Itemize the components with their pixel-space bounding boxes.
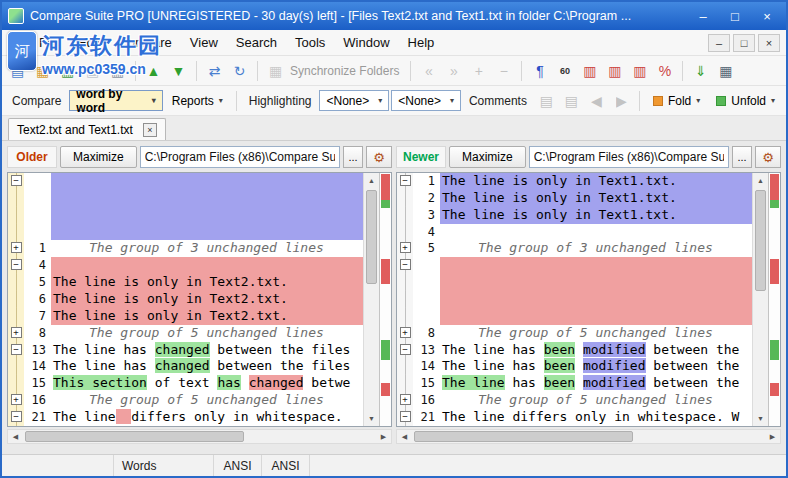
- fold-dropdown[interactable]: Fold ▾: [646, 90, 707, 112]
- previous-change-icon[interactable]: ▲: [142, 59, 165, 82]
- text-line[interactable]: [440, 308, 752, 325]
- text-line[interactable]: The line has changed between the files: [51, 342, 363, 359]
- text-line[interactable]: The line is only in Text1.txt.: [440, 173, 752, 190]
- collapse-fold-icon[interactable]: −: [11, 259, 22, 270]
- change-mark[interactable]: [381, 340, 390, 360]
- highlight-scheme-select-2[interactable]: <None> ▾: [391, 90, 461, 111]
- older-path-input[interactable]: [140, 146, 340, 168]
- change-mark[interactable]: [381, 174, 390, 199]
- older-vertical-scrollbar[interactable]: ▲ ▼: [363, 173, 379, 426]
- folded-group-label[interactable]: The group of 5 unchanged lines: [51, 392, 363, 409]
- reports-dropdown[interactable]: Reports ▾: [165, 90, 230, 112]
- change-mark[interactable]: [770, 200, 779, 209]
- newer-vertical-scrollbar[interactable]: ▲ ▼: [752, 173, 768, 426]
- line-report-icon[interactable]: ▥: [628, 59, 651, 82]
- scrollbar-thumb[interactable]: [366, 190, 377, 284]
- newer-change-map[interactable]: [768, 173, 780, 426]
- scroll-down-icon[interactable]: ▼: [753, 411, 768, 426]
- mdi-minimize-button[interactable]: –: [708, 34, 730, 52]
- text-line[interactable]: [440, 257, 752, 274]
- folded-group-label[interactable]: The group of 3 unchanged lines: [440, 240, 752, 257]
- close-button[interactable]: ×: [752, 6, 782, 26]
- text-line[interactable]: The line is only in Text1.txt.: [440, 190, 752, 207]
- collapse-fold-icon[interactable]: −: [11, 344, 22, 355]
- word-report-icon[interactable]: ▥: [603, 59, 626, 82]
- menu-compare[interactable]: Compare: [109, 30, 180, 55]
- text-line[interactable]: The line is only in Text2.txt.: [51, 308, 363, 325]
- scroll-down-icon[interactable]: ▼: [364, 411, 379, 426]
- text-line[interactable]: [51, 224, 363, 241]
- scroll-up-icon[interactable]: ▲: [753, 173, 768, 188]
- older-browse-button[interactable]: ...: [343, 146, 363, 168]
- collapse-fold-icon[interactable]: −: [400, 411, 411, 422]
- mdi-close-button[interactable]: ×: [758, 34, 780, 52]
- menu-help[interactable]: Help: [399, 30, 444, 55]
- newer-options-button[interactable]: ⚙: [755, 146, 781, 168]
- collapse-fold-icon[interactable]: −: [400, 259, 411, 270]
- collapse-fold-icon[interactable]: −: [400, 344, 411, 355]
- maximize-button[interactable]: □: [720, 6, 750, 26]
- older-horizontal-scrollbar[interactable]: ◀ ▶: [7, 429, 392, 444]
- expand-fold-icon[interactable]: +: [11, 327, 22, 338]
- newer-horizontal-scrollbar[interactable]: ◀ ▶: [396, 429, 781, 444]
- newer-browse-button[interactable]: ...: [732, 146, 752, 168]
- text-line[interactable]: This section of text has changed betwe: [51, 375, 363, 392]
- menu-edit[interactable]: Edit: [69, 30, 109, 55]
- expand-fold-icon[interactable]: +: [400, 394, 411, 405]
- text-line[interactable]: The line is only in Text1.txt.: [440, 207, 752, 224]
- compare-mode-select[interactable]: word by word ▾: [69, 90, 162, 111]
- change-mark[interactable]: [381, 259, 390, 284]
- scrollbar-thumb[interactable]: [755, 190, 766, 290]
- unfold-dropdown[interactable]: Unfold ▾: [709, 90, 782, 112]
- print-icon[interactable]: ▥: [106, 59, 129, 82]
- recompare-icon[interactable]: ↻: [228, 59, 251, 82]
- tab-comparison[interactable]: Text2.txt and Text1.txt ×: [8, 118, 166, 140]
- text-line[interactable]: [440, 274, 752, 291]
- change-mark[interactable]: [770, 383, 779, 396]
- folded-group-label[interactable]: The group of 5 unchanged lines: [440, 392, 752, 409]
- text-line[interactable]: [440, 224, 752, 241]
- swap-sides-icon[interactable]: ⇄: [203, 59, 226, 82]
- scrollbar-thumb[interactable]: [414, 431, 633, 442]
- newer-path-input[interactable]: [529, 146, 729, 168]
- next-change-icon[interactable]: ▼: [167, 59, 190, 82]
- view-options-icon[interactable]: ▦: [714, 59, 737, 82]
- change-mark[interactable]: [381, 383, 390, 396]
- older-options-button[interactable]: ⚙: [366, 146, 392, 168]
- scroll-up-icon[interactable]: ▲: [364, 173, 379, 188]
- expand-fold-icon[interactable]: +: [11, 242, 22, 253]
- text-line[interactable]: The line is only in Text2.txt.: [51, 291, 363, 308]
- mdi-restore-button[interactable]: □: [733, 34, 755, 52]
- open-folders-icon[interactable]: ▥: [56, 59, 79, 82]
- scroll-right-icon[interactable]: ▶: [376, 433, 391, 441]
- text-line[interactable]: The line has been modified between the: [440, 342, 752, 359]
- collapse-fold-icon[interactable]: −: [11, 411, 22, 422]
- text-line[interactable]: The line differs only in whitespace.: [51, 409, 363, 426]
- word-count-icon[interactable]: 60: [553, 59, 576, 82]
- older-change-map[interactable]: [379, 173, 391, 426]
- percent-report-icon[interactable]: %: [653, 59, 676, 82]
- text-line[interactable]: [51, 207, 363, 224]
- menu-view[interactable]: View: [181, 30, 227, 55]
- text-line[interactable]: [51, 257, 363, 274]
- text-line[interactable]: The line has been modified between the: [440, 358, 752, 375]
- text-line[interactable]: The line has changed between the files: [51, 358, 363, 375]
- text-line[interactable]: [51, 173, 363, 190]
- open-files-icon[interactable]: ▦: [31, 59, 54, 82]
- newer-maximize-button[interactable]: Maximize: [449, 146, 526, 168]
- text-line[interactable]: The line has been modified between the: [440, 375, 752, 392]
- highlight-scheme-select-1[interactable]: <None> ▾: [319, 90, 389, 111]
- collapse-fold-icon[interactable]: −: [11, 175, 22, 186]
- text-line[interactable]: [51, 190, 363, 207]
- minimize-button[interactable]: –: [688, 6, 718, 26]
- expand-fold-icon[interactable]: +: [400, 242, 411, 253]
- menu-window[interactable]: Window: [334, 30, 398, 55]
- change-mark[interactable]: [770, 340, 779, 360]
- expand-fold-icon[interactable]: +: [400, 327, 411, 338]
- change-mark[interactable]: [381, 200, 390, 209]
- text-line[interactable]: The line is only in Text2.txt.: [51, 274, 363, 291]
- folded-group-label[interactable]: The group of 5 unchanged lines: [440, 325, 752, 342]
- scroll-right-icon[interactable]: ▶: [765, 433, 780, 441]
- menu-search[interactable]: Search: [227, 30, 286, 55]
- export-report-icon[interactable]: ⇓: [689, 59, 712, 82]
